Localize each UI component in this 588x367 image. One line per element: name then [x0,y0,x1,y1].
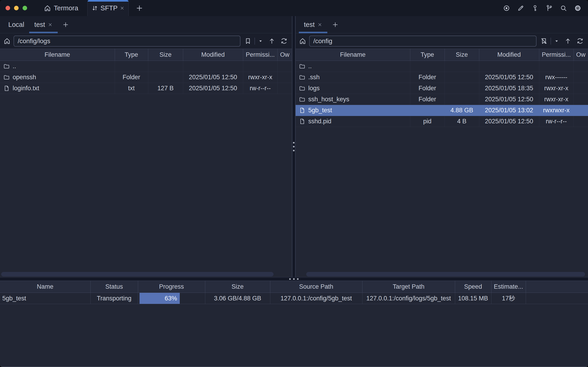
plus-icon [332,21,339,28]
left-path-row [0,33,292,49]
toolbar-separator [551,38,551,45]
left-tab-local[interactable]: Local [3,16,29,33]
zoom-window-button[interactable] [23,6,27,10]
column-header-permissions[interactable]: Permissi... [539,49,573,61]
chevron-down-icon [258,38,264,44]
transfer-column-size[interactable]: Size [205,281,270,293]
file-row[interactable]: .. [296,61,588,72]
right-horizontal-scrollbar[interactable] [306,272,585,276]
right-bookmark-group [539,36,560,46]
file-icon [3,85,10,92]
horizontal-splitter[interactable] [0,277,588,281]
transfer-column-name[interactable]: Name [0,281,90,293]
tab-termora[interactable]: Termora [41,0,80,16]
folder-icon [299,63,306,70]
home-icon[interactable] [3,37,11,45]
column-header-type[interactable]: Type [410,49,444,61]
home-icon[interactable] [299,37,307,45]
left-tab-test[interactable]: test [29,16,58,33]
left-pane: Local test [0,16,292,277]
file-row-selected[interactable]: 5gb_test 4.88 GB 2025/01/05 13:02 rwxrwx… [296,105,588,116]
right-up-directory-button[interactable] [563,36,573,46]
file-row[interactable]: loginfo.txt txt 127 B 2025/01/05 12:50 r… [0,83,292,94]
left-path-input[interactable] [14,36,240,47]
search-icon[interactable] [560,4,567,12]
close-window-button[interactable] [6,6,10,10]
right-path-row [296,33,588,49]
right-refresh-button[interactable] [575,36,585,46]
arrow-up-icon [564,37,572,45]
tab-sftp[interactable]: SFTP [87,0,129,16]
column-header-size[interactable]: Size [148,49,183,61]
column-header-modified[interactable]: Modified [479,49,539,61]
transfer-column-extra [526,281,588,293]
file-icon [299,107,306,114]
column-header-filename[interactable]: Filename [296,49,410,61]
right-bookmark-button[interactable] [539,36,549,46]
refresh-icon [280,37,288,45]
left-bookmark-button[interactable] [243,36,253,46]
toolbar-separator [255,38,255,45]
column-header-filename[interactable]: Filename [0,49,115,61]
left-pane-tabbar: Local test [0,16,292,33]
column-header-modified[interactable]: Modified [183,49,243,61]
left-tab-local-label: Local [8,21,24,28]
progress-cell[interactable]: 63% [138,293,205,304]
arrow-up-icon [268,37,276,45]
file-row[interactable]: logs Folder 2025/01/05 18:35 rwxr-xr-x [296,83,588,94]
titlebar: Termora SFTP [0,0,588,16]
file-name: logs [308,85,320,92]
column-header-size[interactable]: Size [444,49,479,61]
file-row[interactable]: ssh_host_keys Folder 2025/01/05 12:50 rw… [296,94,588,105]
minimize-window-button[interactable] [14,6,19,10]
file-name: loginfo.txt [13,85,39,92]
splitter-grip [293,142,295,151]
branch-icon[interactable] [545,4,553,12]
left-refresh-button[interactable] [279,36,289,46]
column-header-owner[interactable]: Ow [573,49,588,61]
record-icon[interactable] [503,4,510,12]
column-header-permissions[interactable]: Permissi... [243,49,277,61]
right-tab-test-label: test [304,21,315,28]
file-name: ssh_host_keys [308,96,349,103]
transfer-column-speed[interactable]: Speed [455,281,491,293]
new-window-tab-button[interactable] [136,0,143,16]
gear-icon[interactable] [574,4,581,12]
folder-icon [299,74,306,81]
column-header-type[interactable]: Type [115,49,148,61]
left-bookmark-dropdown[interactable] [257,37,264,45]
transfer-column-target-path[interactable]: Target Path [362,281,455,293]
left-new-tab-button[interactable] [58,16,74,33]
transfer-column-status[interactable]: Status [90,281,138,293]
file-row[interactable]: openssh Folder 2025/01/05 12:50 rwxr-xr-… [0,72,292,83]
folder-icon [299,85,306,92]
folder-icon [3,63,10,70]
left-up-directory-button[interactable] [267,36,277,46]
vertical-splitter[interactable] [292,16,296,277]
transfer-column-source-path[interactable]: Source Path [270,281,362,293]
right-pane: test [296,16,588,277]
file-row[interactable]: .ssh Folder 2025/01/05 12:50 rwx------ [296,72,588,83]
column-header-owner[interactable]: Ow [277,49,292,61]
file-row[interactable]: sshd.pid pid 4 B 2025/01/05 12:50 rw-r--… [296,116,588,127]
left-horizontal-scrollbar[interactable] [1,272,273,276]
right-bookmark-dropdown[interactable] [553,37,560,45]
transfer-column-progress[interactable]: Progress [138,281,205,293]
close-icon[interactable] [48,22,53,27]
file-name: .ssh [308,74,320,81]
file-row[interactable]: .. [0,61,292,72]
right-new-tab-button[interactable] [327,16,343,33]
right-tab-test[interactable]: test [299,16,327,33]
transfer-row[interactable]: 5gb_test Transporting 63% 3.06 GB/4.88 G… [0,293,588,304]
folder-icon [3,74,10,81]
transfer-column-estimate[interactable]: Estimate... [491,281,526,293]
progress-label: 63% [165,295,177,302]
close-tab-icon[interactable] [120,6,125,11]
edit-pencil-icon[interactable] [517,4,525,12]
right-path-input[interactable] [309,36,537,47]
key-icon[interactable] [531,4,539,12]
file-name: openssh [13,74,36,81]
splitter-grip [289,278,298,280]
transfer-arrows-icon [92,5,98,11]
close-icon[interactable] [317,22,322,27]
